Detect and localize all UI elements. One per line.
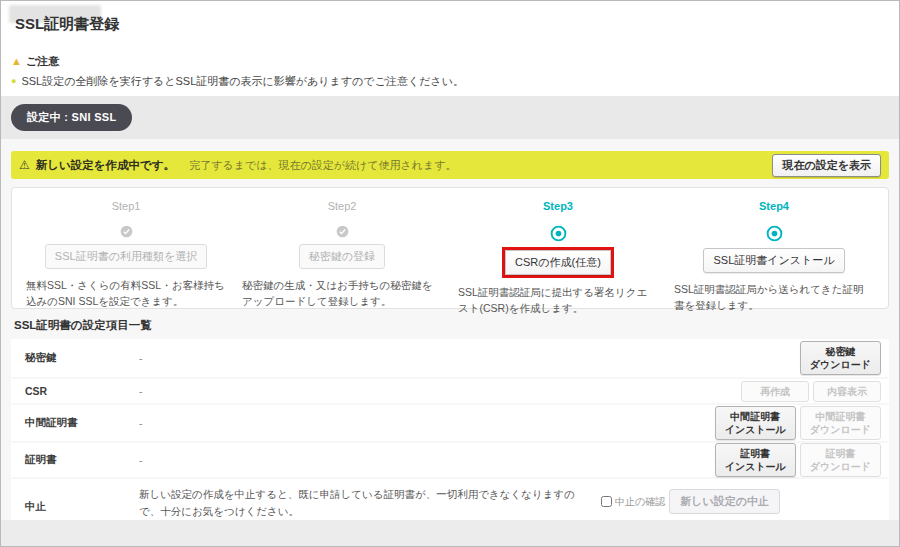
csr-recreate-button[interactable]: 再作成 <box>741 381 809 402</box>
abort-new-settings-button[interactable]: 新しい設定の中止 <box>669 489 780 514</box>
abort-confirm-checkbox-label: 中止の確認 <box>601 495 665 509</box>
row-value: - <box>139 417 715 429</box>
in-progress-banner: ⚠ 新しい設定を作成中です。 完了するまでは、現在の設定が続けて使用されます。 … <box>11 151 889 179</box>
table-row-private-key: 秘密鍵 - 秘密鍵 ダウンロード <box>11 339 889 377</box>
status-badge: 設定中 : SNI SSL <box>11 104 132 131</box>
check-circle-icon <box>336 225 349 238</box>
check-circle-icon <box>120 225 133 238</box>
step-3-label: Step3 <box>543 200 573 212</box>
row-value: - <box>139 385 741 397</box>
warning-icon: ⚠ <box>19 159 30 171</box>
page-title: SSL証明書登録 <box>15 15 119 34</box>
page-header: SSL証明書登録 ▲ ご注意 ● SSL設定の全削除を実行するとSSL証明書の表… <box>1 1 899 96</box>
row-label: 中止 <box>25 500 139 514</box>
notice-text: SSL設定の全削除を実行するとSSL証明書の表示に影響がありますのでご注意くださ… <box>21 74 463 89</box>
step-2: Step2 秘密鍵の登録 秘密鍵の生成・又はお手持ちの秘密鍵をアップロードして登… <box>234 200 450 296</box>
install-certificate-step-button[interactable]: SSL証明書インストール <box>703 248 844 273</box>
show-current-settings-button[interactable]: 現在の設定を表示 <box>772 154 881 177</box>
step-1-label: Step1 <box>112 200 141 212</box>
certificate-install-button[interactable]: 証明書 インストール <box>715 443 796 477</box>
step-1-description: 無料SSL・さくらの有料SSL・お客様持ち込みのSNI SSLを設定できます。 <box>26 277 226 310</box>
select-ssl-type-button[interactable]: SSL証明書の利用種類を選択 <box>45 244 207 269</box>
banner-message: 完了するまでは、現在の設定が続けて使用されます。 <box>189 158 456 173</box>
banner-strong-text: 新しい設定を作成中です。 <box>36 158 175 173</box>
private-key-download-button[interactable]: 秘密鍵 ダウンロード <box>800 341 881 375</box>
footer-spacer <box>1 520 899 546</box>
certificate-download-button[interactable]: 証明書 ダウンロード <box>800 443 881 477</box>
bullet-icon: ● <box>11 77 16 86</box>
row-label: CSR <box>25 385 139 397</box>
step-4-description: SSL証明書認証局から送られてきた証明書を登録します。 <box>674 281 874 314</box>
step-3-description: SSL証明書認証局に提出する署名リクエスト(CSR)を作成します。 <box>458 284 658 317</box>
ssl-certificate-registration-page: { "colors": { "accent_teal": "#00b5bd", … <box>0 0 900 547</box>
notice-block: ▲ ご注意 ● SSL設定の全削除を実行するとSSL証明書の表示に影響があります… <box>11 54 464 89</box>
step-4: Step4 SSL証明書インストール SSL証明書認証局から送られてきた証明書を… <box>666 200 882 296</box>
warning-triangle-icon: ▲ <box>11 56 22 67</box>
steps-card: Step1 SSL証明書の利用種類を選択 無料SSL・さくらの有料SSL・お客様… <box>11 187 889 309</box>
register-private-key-button[interactable]: 秘密鍵の登録 <box>299 244 385 269</box>
notice-heading: ご注意 <box>26 54 59 69</box>
abort-controls: 中止の確認 新しい設定の中止 <box>601 489 780 514</box>
step-2-label: Step2 <box>328 200 357 212</box>
row-value: - <box>139 352 800 364</box>
intermediate-cert-download-button[interactable]: 中間証明書 ダウンロード <box>800 406 881 440</box>
step-4-label: Step4 <box>759 200 789 212</box>
step-1: Step1 SSL証明書の利用種類を選択 無料SSL・さくらの有料SSL・お客様… <box>18 200 234 296</box>
intermediate-cert-install-button[interactable]: 中間証明書 インストール <box>715 406 796 440</box>
main-content: ⚠ 新しい設定を作成中です。 完了するまでは、現在の設定が続けて使用されます。 … <box>1 139 899 547</box>
table-row-csr: CSR - 再作成 内容表示 <box>11 379 889 403</box>
row-value: - <box>139 454 715 466</box>
radio-selected-icon <box>766 225 783 242</box>
radio-selected-icon <box>550 225 567 242</box>
annotation-highlight-box: CSRの作成(任意) <box>502 247 614 278</box>
table-row-certificate: 証明書 - 証明書 インストール 証明書 ダウンロード <box>11 443 889 477</box>
step-3: Step3 CSRの作成(任意) SSL証明書認証局に提出する署名リクエスト(C… <box>450 200 666 296</box>
status-band: 設定中 : SNI SSL <box>1 96 899 139</box>
row-label: 証明書 <box>25 453 139 467</box>
step-2-description: 秘密鍵の生成・又はお手持ちの秘密鍵をアップロードして登録します。 <box>242 277 442 310</box>
table-row-intermediate-cert: 中間証明書 - 中間証明書 インストール 中間証明書 ダウンロード <box>11 405 889 441</box>
csr-show-content-button[interactable]: 内容表示 <box>813 381 881 402</box>
row-label: 秘密鍵 <box>25 351 139 365</box>
abort-confirm-checkbox[interactable] <box>601 496 612 507</box>
row-label: 中間証明書 <box>25 416 139 430</box>
settings-table-title: SSL証明書の設定項目一覧 <box>14 318 889 333</box>
create-csr-button[interactable]: CSRの作成(任意) <box>505 250 611 275</box>
